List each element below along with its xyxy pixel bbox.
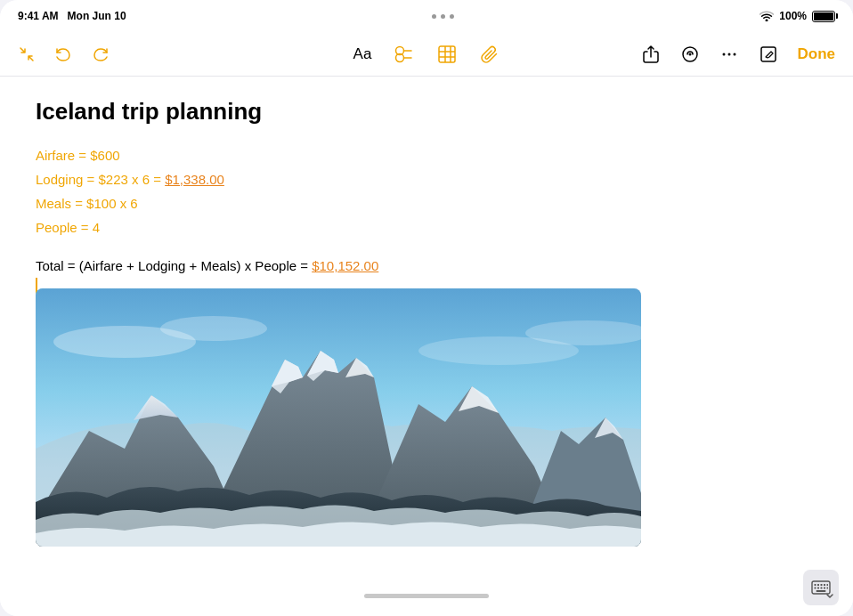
people-text: People = 4 (36, 220, 100, 235)
toolbar: Aa (0, 32, 853, 77)
checklist-icon (394, 45, 414, 64)
battery-icon (812, 11, 835, 22)
svg-point-12 (727, 53, 730, 55)
svg-rect-31 (816, 590, 826, 592)
mountain-image (36, 288, 641, 547)
edit-icon (759, 45, 778, 64)
pen-button[interactable] (677, 41, 703, 68)
mountain-svg (36, 288, 641, 547)
wifi-icon (760, 11, 774, 21)
svg-rect-28 (821, 588, 823, 589)
table-icon (437, 45, 457, 64)
svg-point-13 (733, 53, 735, 55)
svg-rect-30 (827, 588, 829, 589)
toolbar-left (14, 41, 350, 68)
note-title: Iceland trip planning (36, 98, 817, 126)
people-line: People = 4 (36, 215, 817, 239)
share-icon (641, 45, 661, 64)
redo-icon (91, 45, 110, 64)
svg-rect-21 (815, 584, 816, 586)
lodging-line: Lodging = $223 x 6 = $1,338.00 (36, 167, 817, 191)
undo-button[interactable] (50, 41, 77, 68)
pen-icon (680, 45, 700, 64)
total-line: Total = (Airfare + Lodging + Meals) x Pe… (36, 254, 817, 278)
total-prefix: Total = (Airfare + Lodging + Meals) x Pe… (36, 258, 308, 273)
table-button[interactable] (434, 41, 460, 68)
svg-rect-23 (821, 584, 823, 586)
format-text-label: Aa (353, 45, 372, 63)
airfare-line: Airfare = $600 (36, 143, 817, 167)
svg-rect-25 (827, 584, 829, 586)
total-result: $10,152.00 (312, 258, 378, 273)
toolbar-center: Aa (350, 41, 504, 68)
status-right: 100% (760, 10, 835, 22)
ellipsis-icon (719, 45, 739, 64)
toolbar-right: Done (503, 41, 839, 68)
svg-point-11 (722, 53, 725, 55)
lodging-text: Lodging = $223 x 6 = (36, 172, 161, 187)
status-time: 9:41 AM (18, 10, 59, 22)
meals-line: Meals = $100 x 6 (36, 191, 817, 215)
undo-icon (53, 45, 73, 64)
status-time-date: 9:41 AM Mon Jun 10 (18, 10, 126, 22)
paperclip-icon (480, 45, 500, 64)
status-dots (432, 14, 454, 19)
done-label: Done (798, 45, 836, 63)
content-area[interactable]: Iceland trip planning Airfare = $600 Lod… (0, 77, 853, 616)
svg-rect-24 (824, 584, 825, 586)
format-text-button[interactable]: Aa (350, 42, 376, 67)
dot-1 (432, 14, 436, 19)
svg-point-17 (160, 316, 267, 341)
airfare-text: Airfare = $600 (36, 148, 120, 163)
svg-rect-26 (815, 588, 816, 589)
chevron-down-icon (825, 593, 834, 600)
redo-button[interactable] (87, 41, 114, 68)
checklist-button[interactable] (391, 41, 418, 68)
note-lines: Airfare = $600 Lodging = $223 x 6 = $1,3… (36, 143, 817, 239)
attachment-button[interactable] (476, 41, 503, 68)
lodging-result: $1,338.00 (165, 172, 224, 187)
svg-rect-4 (439, 46, 455, 62)
status-bar: 9:41 AM Mon Jun 10 100% (0, 0, 853, 32)
svg-rect-27 (817, 588, 819, 589)
share-button[interactable] (638, 41, 664, 68)
collapse-icon (18, 45, 36, 63)
ipad-frame: 9:41 AM Mon Jun 10 100% (0, 0, 853, 616)
meals-text: Meals = $100 x 6 (36, 196, 138, 211)
status-date: Mon Jun 10 (68, 10, 126, 22)
scroll-indicator (364, 594, 489, 598)
collapse-button[interactable] (14, 42, 39, 67)
svg-rect-29 (824, 588, 825, 589)
battery-percent: 100% (779, 10, 807, 22)
svg-rect-22 (817, 584, 819, 586)
done-button[interactable]: Done (794, 42, 840, 67)
keyboard-options-button[interactable] (803, 570, 839, 605)
edit-button[interactable] (755, 41, 782, 68)
svg-point-10 (688, 53, 691, 55)
dot-2 (441, 14, 445, 19)
more-button[interactable] (716, 41, 743, 68)
battery-fill (814, 12, 833, 20)
dot-3 (450, 14, 454, 19)
